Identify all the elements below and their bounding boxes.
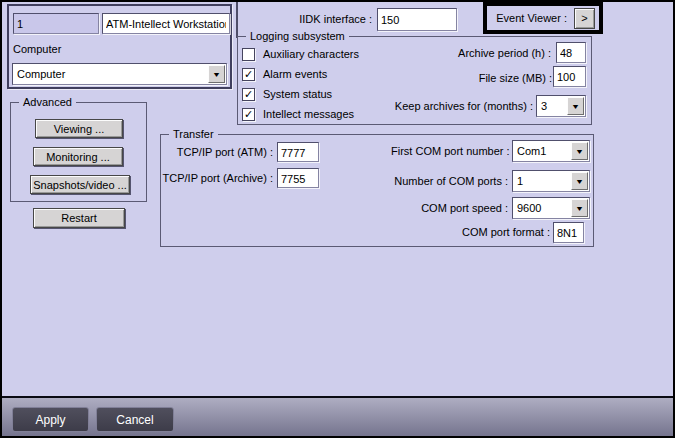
- footer-bar: Apply Cancel: [2, 396, 673, 436]
- archive-period-label: Archive period (h) :: [398, 43, 551, 63]
- tcp-port-archive-input[interactable]: [277, 168, 319, 188]
- computer-combobox[interactable]: Computer ▼: [12, 63, 227, 85]
- event-viewer-expand-button[interactable]: >: [574, 8, 595, 29]
- com-port-speed-combobox-value: 9600: [517, 200, 541, 216]
- tcp-port-archive-label: TCP/IP port (Archive) :: [161, 168, 273, 189]
- file-size-label: File size (MB) :: [398, 68, 552, 88]
- tcp-port-atm-label: TCP/IP port (ATM) :: [161, 142, 273, 163]
- logging-subsystem-group: Logging subsystem Auxiliary characters ✓…: [237, 36, 592, 125]
- com-port-format-input[interactable]: [553, 222, 584, 243]
- computer-label: Computer: [13, 43, 61, 56]
- computer-combobox-value: Computer: [17, 66, 65, 82]
- com-port-speed-dropdown-button[interactable]: ▼: [571, 199, 588, 217]
- com-port-format-label: COM port format :: [391, 222, 550, 243]
- restart-button[interactable]: Restart: [33, 208, 125, 228]
- transfer-group: Transfer TCP/IP port (ATM) : TCP/IP port…: [160, 134, 594, 247]
- chevron-right-icon: >: [581, 12, 587, 24]
- panel-divider: [236, 2, 238, 38]
- com-port-speed-label: COM port speed :: [391, 197, 508, 219]
- keep-archives-label: Keep archives for (months) :: [338, 96, 533, 116]
- file-size-input[interactable]: [553, 66, 586, 87]
- object-name-field[interactable]: [102, 13, 230, 34]
- checkbox-system-status[interactable]: ✓: [242, 88, 255, 101]
- keep-archives-dropdown-button[interactable]: ▼: [567, 97, 584, 115]
- monitoring-button[interactable]: Monitoring ...: [33, 147, 123, 166]
- event-viewer-label: Event Viewer :: [496, 8, 567, 29]
- identification-panel: Computer Computer ▼: [7, 4, 232, 89]
- checkbox-label-system-status: System status: [263, 88, 332, 101]
- checkbox-intellect-messages[interactable]: ✓: [242, 108, 255, 121]
- checkbox-auxiliary-characters[interactable]: [242, 48, 255, 61]
- archive-period-input[interactable]: [556, 42, 586, 63]
- num-com-ports-combobox[interactable]: 1 ▼: [512, 170, 590, 192]
- viewing-button[interactable]: Viewing ...: [35, 119, 123, 138]
- iidk-interface-input[interactable]: [377, 8, 457, 31]
- checkbox-label-auxiliary-characters: Auxiliary characters: [263, 48, 359, 61]
- keep-archives-combobox-value: 3: [541, 98, 547, 114]
- computer-dropdown-button[interactable]: ▼: [208, 65, 225, 83]
- logging-subsystem-title: Logging subsystem: [246, 30, 349, 43]
- num-com-ports-combobox-value: 1: [517, 173, 523, 189]
- dropdown-arrow-icon: ▼: [571, 103, 580, 110]
- first-com-port-dropdown-button[interactable]: ▼: [571, 142, 588, 160]
- atm-intellect-settings-dialog: Computer Computer ▼ IIDK interface : Eve…: [0, 0, 675, 438]
- first-com-port-combobox-value: Com1: [517, 143, 546, 159]
- num-com-ports-label: Number of COM ports :: [391, 170, 508, 192]
- dropdown-arrow-icon: ▼: [575, 178, 584, 185]
- advanced-title: Advanced: [19, 96, 76, 109]
- first-com-port-combobox[interactable]: Com1 ▼: [512, 140, 590, 162]
- dropdown-arrow-icon: ▼: [575, 148, 584, 155]
- keep-archives-combobox[interactable]: 3 ▼: [536, 95, 586, 117]
- dropdown-arrow-icon: ▼: [212, 71, 221, 78]
- iidk-interface-label: IIDK interface :: [242, 8, 372, 30]
- checkbox-alarm-events[interactable]: ✓: [242, 68, 255, 81]
- snapshots-video-button[interactable]: Snapshots/video ...: [30, 175, 130, 194]
- first-com-port-label: First COM port number :: [391, 140, 508, 162]
- event-viewer-highlight-box: Event Viewer : >: [483, 2, 603, 34]
- tcp-port-atm-input[interactable]: [277, 142, 319, 162]
- advanced-group: Advanced Viewing ... Monitoring ... Snap…: [10, 102, 147, 202]
- checkbox-label-alarm-events: Alarm events: [263, 68, 327, 81]
- dropdown-arrow-icon: ▼: [575, 205, 584, 212]
- num-com-ports-dropdown-button[interactable]: ▼: [571, 172, 588, 190]
- cancel-button[interactable]: Cancel: [96, 407, 174, 432]
- object-id-field[interactable]: [13, 13, 99, 34]
- transfer-title: Transfer: [169, 128, 218, 141]
- com-port-speed-combobox[interactable]: 9600 ▼: [512, 197, 590, 219]
- apply-button[interactable]: Apply: [12, 407, 89, 432]
